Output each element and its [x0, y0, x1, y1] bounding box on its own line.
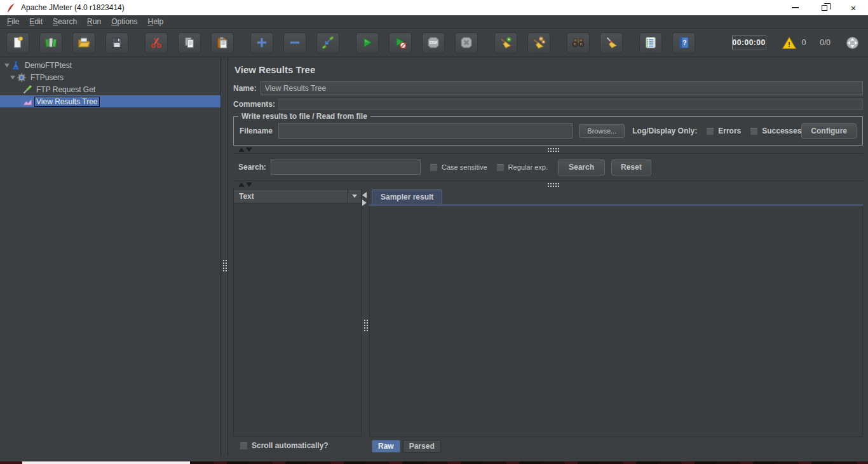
- toolbar-remove-button[interactable]: [283, 32, 306, 53]
- toolbar-search-button[interactable]: [567, 32, 590, 53]
- successes-label[interactable]: Successes: [762, 126, 801, 135]
- stop-icon: STOP: [426, 36, 440, 50]
- test-plan-icon: [11, 60, 21, 71]
- toolbar-function-helper-button[interactable]: [639, 32, 662, 53]
- splitter-drag-handle[interactable]: [222, 259, 227, 272]
- thread-group-icon: [17, 72, 27, 83]
- collapse-right-icon[interactable]: [362, 200, 367, 206]
- toolbar-search-reset-button[interactable]: [600, 32, 623, 53]
- toolbar-shutdown-button[interactable]: [455, 32, 478, 53]
- toolbar-save-button[interactable]: [105, 32, 128, 53]
- toolbar-clear-all-button[interactable]: [527, 32, 550, 53]
- thread-count: 0/0: [820, 38, 831, 47]
- sampler-icon: [22, 85, 32, 95]
- timer-display: 00:00:00: [732, 36, 766, 50]
- splitter-drag-handle[interactable]: [547, 182, 559, 187]
- raw-parsed-tab-bar: Raw Parsed: [369, 437, 863, 453]
- toolbar-start-no-pauses-button[interactable]: [389, 32, 412, 53]
- tree-item-demoftptest[interactable]: DemoFTPtest: [0, 59, 220, 71]
- successes-checkbox[interactable]: [750, 127, 758, 135]
- name-label: Name:: [233, 84, 257, 93]
- errors-checkbox[interactable]: [706, 127, 714, 135]
- results-splitter[interactable]: [362, 189, 369, 453]
- name-input[interactable]: [261, 81, 863, 95]
- open-folder-icon: [77, 36, 91, 50]
- toolbar-open-button[interactable]: [72, 32, 95, 53]
- view-results-tree-panel: View Results Tree Name: Comments: Write …: [228, 57, 868, 456]
- expand-toggle[interactable]: [3, 64, 11, 67]
- menu-file[interactable]: File: [2, 16, 24, 27]
- collapse-up-icon[interactable]: [238, 182, 245, 187]
- toolbar-help-button[interactable]: ?: [672, 32, 695, 53]
- window-bottom-margin: [0, 456, 868, 461]
- upper-splitter[interactable]: [233, 146, 863, 153]
- toolbar-templates-button[interactable]: [39, 32, 62, 53]
- case-sensitive-label[interactable]: Case sensitive: [442, 163, 487, 171]
- splitter-drag-handle[interactable]: [363, 319, 368, 332]
- tree-main-splitter[interactable]: [221, 57, 228, 456]
- broom-icon: [604, 36, 618, 50]
- reset-button[interactable]: Reset: [611, 160, 651, 175]
- errors-checkbox-item[interactable]: Errors: [706, 126, 741, 135]
- collapse-down-icon[interactable]: [246, 147, 252, 152]
- regular-exp-label[interactable]: Regular exp.: [508, 163, 548, 171]
- comments-input[interactable]: [278, 99, 863, 110]
- toolbar-start-button[interactable]: [356, 32, 379, 53]
- close-button[interactable]: ×: [839, 0, 868, 15]
- scroll-automatically-item[interactable]: Scroll automatically?: [233, 439, 362, 453]
- desktop-sliver: [0, 461, 868, 464]
- collapse-down-icon[interactable]: [246, 182, 252, 187]
- regular-exp-checkbox[interactable]: [496, 163, 505, 172]
- collapse-left-icon[interactable]: [362, 192, 367, 198]
- splitter-drag-handle[interactable]: [547, 147, 559, 152]
- tree-item-ftp-request-get[interactable]: FTP Request Get: [0, 83, 220, 95]
- menu-help[interactable]: Help: [143, 16, 169, 27]
- menu-edit[interactable]: Edit: [24, 16, 48, 27]
- save-icon: [110, 36, 124, 50]
- filename-input[interactable]: [278, 123, 573, 139]
- successes-checkbox-item[interactable]: Successes: [750, 126, 801, 135]
- scroll-automatically-label[interactable]: Scroll automatically?: [252, 441, 329, 450]
- case-sensitive-checkbox-item[interactable]: Case sensitive: [430, 163, 487, 172]
- search-button[interactable]: Search: [558, 160, 605, 175]
- toolbar-copy-button[interactable]: [178, 32, 201, 53]
- toolbar-add-button[interactable]: [250, 32, 273, 53]
- sampler-tab-bar: Sampler result: [369, 189, 863, 204]
- browse-button[interactable]: Browse...: [579, 124, 625, 138]
- log-display-only-label: Log/Display Only:: [632, 126, 697, 135]
- scroll-automatically-checkbox[interactable]: [240, 442, 248, 450]
- restore-button[interactable]: [810, 0, 839, 15]
- regular-exp-checkbox-item[interactable]: Regular exp.: [496, 163, 548, 172]
- errors-label[interactable]: Errors: [718, 126, 741, 135]
- main-area: DemoFTPtest FTPusers FTP Request Get Vie…: [0, 57, 868, 456]
- menu-search[interactable]: Search: [48, 16, 82, 27]
- parsed-tab[interactable]: Parsed: [403, 440, 441, 453]
- raw-tab[interactable]: Raw: [372, 440, 400, 453]
- configure-button[interactable]: Configure: [801, 123, 857, 139]
- function-helper-icon: [644, 36, 658, 50]
- dropdown-arrow-button[interactable]: [348, 189, 361, 203]
- menu-options[interactable]: Options: [106, 16, 142, 27]
- help-book-icon: ?: [677, 36, 691, 50]
- sampler-result-content: [369, 206, 863, 437]
- toolbar-clear-button[interactable]: [494, 32, 517, 53]
- lower-splitter[interactable]: [233, 181, 863, 188]
- tree-item-ftpusers[interactable]: FTPusers: [0, 71, 220, 83]
- sampler-result-tab[interactable]: Sampler result: [372, 189, 442, 204]
- case-sensitive-checkbox[interactable]: [430, 163, 438, 172]
- warning-indicator[interactable]: ! 0: [782, 36, 806, 50]
- toolbar-stop-button[interactable]: STOP: [422, 32, 445, 53]
- tree-item-view-results-tree[interactable]: View Results Tree: [0, 95, 220, 107]
- jmeter-feather-icon: [6, 3, 16, 13]
- collapse-up-icon[interactable]: [238, 147, 245, 152]
- expand-toggle[interactable]: [8, 76, 17, 79]
- menu-run[interactable]: Run: [82, 16, 106, 27]
- toolbar-cut-button[interactable]: [145, 32, 168, 53]
- view-mode-value: Text: [234, 192, 348, 201]
- toolbar-paste-button[interactable]: [211, 32, 234, 53]
- toolbar-new-button[interactable]: [6, 32, 29, 53]
- toolbar-toggle-button[interactable]: [316, 32, 339, 53]
- view-mode-dropdown[interactable]: Text: [233, 189, 362, 203]
- search-input[interactable]: [271, 160, 421, 175]
- minimize-button[interactable]: [780, 0, 810, 15]
